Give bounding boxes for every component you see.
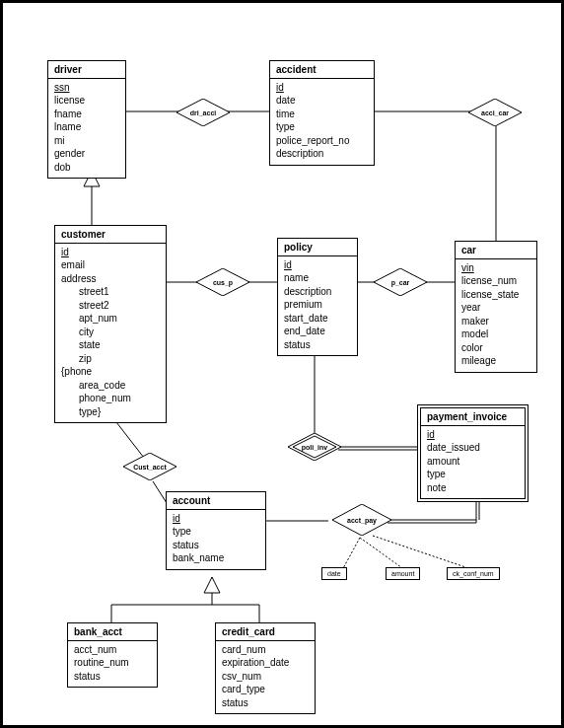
entity-body: iddatetimetypepolice_report_nodescriptio… [270, 79, 374, 165]
rel-p_car: p_car [374, 268, 427, 296]
rel-cust_acct: Cust_acct [123, 453, 176, 480]
entity-attr: police_report_no [276, 134, 368, 148]
entity-title: customer [55, 226, 166, 244]
entity-attr: id [61, 246, 160, 259]
entity-body: acct_numroutine_numstatus [68, 641, 157, 688]
svg-marker-24 [204, 577, 220, 593]
entity-bank_acct: bank_acctacct_numroutine_numstatus [67, 622, 158, 688]
entity-title: payment_invoice [421, 408, 525, 426]
entity-attr: card_type [222, 683, 309, 696]
entity-attr: status [74, 670, 151, 684]
entity-attr: mi [54, 134, 119, 148]
entity-attr: description [284, 285, 351, 299]
entity-attr: street1 [61, 285, 160, 299]
entity-attr: maker [461, 315, 530, 328]
entity-attr: apt_num [61, 312, 160, 326]
entity-attr: vin [461, 261, 530, 275]
entity-attr: license [54, 94, 119, 108]
entity-attr: state [61, 338, 160, 352]
entity-attr: premium [284, 298, 351, 312]
entity-body: idtypestatusbank_name [167, 510, 265, 569]
entity-attr: phone_num [61, 392, 160, 405]
entity-attr: status [173, 539, 259, 552]
rel-acci_car: acci_car [468, 99, 522, 126]
entity-attr: date_issued [427, 441, 519, 455]
entity-attr: time [276, 108, 368, 121]
er-diagram-page: driverssnlicensefnamelnamemigenderdob ac… [0, 0, 564, 728]
entity-body: vinlicense_numlicense_stateyearmakermode… [456, 259, 536, 372]
entity-attr: expiration_date [222, 656, 309, 670]
entity-attr: name [284, 271, 351, 285]
entity-attr: color [461, 341, 530, 355]
entity-attr: id [276, 81, 368, 95]
entity-attr: date [276, 94, 368, 108]
relattr-ck_conf_num: ck_conf_num [447, 567, 500, 580]
entity-attr: end_date [284, 325, 351, 338]
entity-customer: customeridemailaddressstreet1street2apt_… [54, 225, 167, 423]
entity-title: bank_acct [68, 623, 157, 641]
entity-attr: description [276, 147, 368, 161]
entity-attr: area_code [61, 379, 160, 393]
svg-line-20 [342, 538, 360, 570]
entity-title: car [456, 242, 536, 259]
entity-attr: fname [54, 108, 119, 121]
entity-accident: accidentiddatetimetypepolice_report_node… [269, 60, 375, 166]
svg-line-21 [360, 538, 405, 570]
entity-title: account [167, 492, 265, 510]
entity-body: iddate_issuedamounttypenote [421, 426, 525, 499]
entity-attr: start_date [284, 312, 351, 326]
entity-driver: driverssnlicensefnamelnamemigenderdob [47, 60, 126, 179]
entity-attr: type [173, 525, 259, 539]
entity-attr: year [461, 301, 530, 315]
relattr-amount: amount [386, 567, 420, 580]
entity-attr: status [222, 696, 309, 710]
entity-attr: lname [54, 120, 119, 134]
entity-credit_card: credit_cardcard_numexpiration_datecsv_nu… [215, 622, 316, 714]
entity-body: ssnlicensefnamelnamemigenderdob [48, 79, 125, 179]
entity-attr: bank_name [173, 551, 259, 565]
entity-policy: policyidnamedescriptionpremiumstart_date… [277, 238, 358, 356]
entity-attr: card_num [222, 643, 309, 657]
entity-payment_invoice: payment_invoiceiddate_issuedamounttypeno… [420, 407, 526, 499]
entity-body: card_numexpiration_datecsv_numcard_types… [216, 641, 315, 714]
entity-car: carvinlicense_numlicense_stateyearmakerm… [455, 241, 537, 373]
entity-attr: status [284, 338, 351, 352]
entity-title: credit_card [216, 623, 315, 641]
entity-attr: note [427, 481, 519, 495]
entity-attr: city [61, 326, 160, 339]
entity-title: policy [278, 239, 357, 256]
rel-acct_pay: acct_pay [332, 504, 391, 536]
entity-attr: mileage [461, 354, 530, 368]
entity-attr: id [284, 258, 351, 272]
entity-attr: address [61, 272, 160, 286]
entity-attr: id [173, 512, 259, 526]
entity-attr: zip [61, 352, 160, 366]
entity-attr: street2 [61, 299, 160, 313]
rel-poli_inv: poli_inv [288, 433, 341, 461]
entity-attr: acct_num [74, 643, 151, 657]
entity-body: idnamedescriptionpremiumstart_dateend_da… [278, 256, 357, 356]
entity-title: accident [270, 61, 374, 79]
entity-attr: dob [54, 161, 119, 175]
entity-attr: ssn [54, 81, 119, 95]
entity-attr: email [61, 258, 160, 272]
entity-attr: type [276, 120, 368, 134]
entity-attr: license_num [461, 274, 530, 288]
entity-attr: type [427, 468, 519, 481]
entity-attr: type} [61, 405, 160, 419]
entity-attr: csv_num [222, 670, 309, 684]
entity-attr: id [427, 428, 519, 442]
entity-attr: {phone [61, 365, 160, 379]
entity-attr: amount [427, 455, 519, 469]
rel-cus_p: cus_p [196, 268, 249, 296]
entity-title: driver [48, 61, 125, 79]
relattr-date: date [321, 567, 347, 580]
entity-attr: routine_num [74, 656, 151, 670]
entity-body: idemailaddressstreet1street2apt_numcitys… [55, 244, 166, 423]
rel-dri_acci: dri_acci [176, 99, 230, 126]
entity-account: accountidtypestatusbank_name [166, 491, 266, 570]
svg-line-22 [373, 536, 474, 570]
entity-attr: gender [54, 147, 119, 161]
entity-attr: model [461, 328, 530, 341]
entity-attr: license_state [461, 288, 530, 302]
